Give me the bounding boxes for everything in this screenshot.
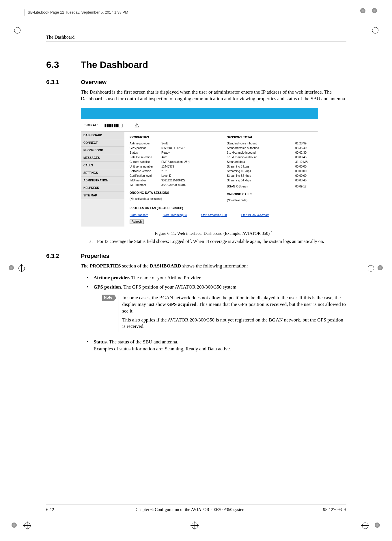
- page-number: 6-12: [46, 507, 81, 512]
- footnote: a. For I3 coverage the Status field show…: [89, 239, 346, 244]
- registration-mark-icon: [23, 521, 31, 529]
- crop-mark: [12, 523, 17, 528]
- property-row: Current satelliteEMEA (elevation: 25°): [130, 160, 215, 163]
- sidebar-item[interactable]: ADMINISTRATION: [81, 177, 124, 184]
- property-row: Unit serial number11443372: [130, 165, 215, 168]
- dashboard-screenshot-figure: SIGNAL: ▮▮▮▮▮▮▯▯ ⚠ DASHBOARDCONNECTPHONE…: [81, 108, 318, 227]
- content-area: The Dashboard 6.3 The Dashboard 6.3.1 Ov…: [46, 35, 346, 357]
- property-row: IMSI number901112115106122: [130, 179, 215, 182]
- property-row: StatusReady: [130, 151, 215, 154]
- note-tag: Note: [102, 295, 114, 301]
- subsection-heading: 6.3.2 Properties: [46, 253, 346, 259]
- warning-icon: ⚠: [134, 122, 139, 129]
- subsection-number: 6.3.1: [46, 79, 81, 85]
- property-row: IMEI number35872303-000340-9: [130, 183, 215, 187]
- subsection-title: Overview: [81, 79, 107, 85]
- ongoing-data-text: (No active data sessions): [130, 197, 215, 200]
- ongoing-calls-heading: ONGOING CALLS: [227, 193, 313, 196]
- session-row: Streaming 64 kbps00:03:40: [227, 179, 313, 182]
- list-item: • Status. The status of the SBU and ante…: [87, 339, 346, 352]
- property-row: Certification levelLevel-D: [130, 174, 215, 177]
- session-row: 3.1 kHz audio inbound00:02:30: [227, 151, 313, 154]
- registration-mark-icon: [17, 264, 25, 272]
- profile-link[interactable]: Start Streaming 64: [163, 213, 186, 217]
- section-number: 6.3: [46, 60, 81, 70]
- note-body: In some cases, the BGAN network does not…: [122, 295, 346, 332]
- signal-label: SIGNAL:: [85, 124, 98, 127]
- subsection-number: 6.3.2: [46, 253, 81, 259]
- properties-column: PROPERTIES Airtime providerSwiftGPS posi…: [130, 136, 215, 202]
- properties-bullet-list: • Airtime provider. The name of your Air…: [87, 274, 346, 352]
- properties-intro: The PROPERTIES section of the DASHBOARD …: [81, 263, 346, 269]
- ongoing-calls-text: (No active calls): [227, 199, 313, 202]
- crop-mark: [372, 8, 378, 14]
- property-row: Satellite selectionAuto: [130, 156, 215, 159]
- running-head: The Dashboard: [46, 35, 346, 42]
- signal-strength-icon: ▮▮▮▮▮▮▯▯: [104, 122, 123, 128]
- session-row: Streaming 32 kbps00:00:00: [227, 174, 313, 177]
- session-row: Standard data31.12 MB: [227, 160, 313, 163]
- registration-mark-icon: [13, 26, 21, 34]
- crop-mark: [9, 265, 14, 271]
- sidebar-item[interactable]: CONNECT: [81, 139, 124, 147]
- profile-link[interactable]: Start Standard: [130, 213, 148, 217]
- crop-mark: [360, 8, 366, 14]
- property-row: GPS positionN 55°48', E 12°30': [130, 146, 215, 150]
- note-block: Note In some cases, the BGAN network doe…: [102, 295, 346, 332]
- chapter-label: Chapter 6: Configuration of the AVIATOR …: [81, 507, 300, 512]
- subsection-heading: 6.3.1 Overview: [46, 79, 346, 85]
- registration-mark-icon: [361, 521, 369, 529]
- page: SB-Lite.book Page 12 Tuesday, September …: [0, 0, 392, 541]
- profile-link[interactable]: Start BGAN X-Stream: [241, 213, 269, 217]
- session-row: BGAN X-Stream00:09:17: [227, 185, 313, 188]
- sidebar-item[interactable]: CALLS: [81, 162, 124, 169]
- ongoing-data-heading: ONGOING DATA SESSIONS: [130, 191, 215, 194]
- overview-paragraph: The Dashboard is the first screen that i…: [81, 89, 346, 102]
- session-row: Streaming 8 kbps00:00:00: [227, 165, 313, 168]
- section-title: The Dashboard: [81, 60, 148, 70]
- profile-link[interactable]: Start Streaming 128: [201, 213, 227, 217]
- crop-mark: [375, 523, 380, 528]
- sidebar-item[interactable]: MESSAGES: [81, 154, 124, 162]
- profiles-heading: PROFILES ON LAN (DEFAULT GROUP): [130, 207, 313, 210]
- registration-mark-icon: [191, 521, 199, 529]
- refresh-button[interactable]: Refresh: [130, 220, 144, 224]
- sidebar-item[interactable]: DASHBOARD: [81, 132, 124, 139]
- sidebar-item[interactable]: PHONE BOOK: [81, 147, 124, 154]
- dashboard-main: PROPERTIES Airtime providerSwiftGPS posi…: [124, 132, 318, 227]
- registration-mark-icon: [367, 264, 375, 272]
- session-row: 3.1 kHz audio outbound00:08:45: [227, 156, 313, 159]
- subsection-title: Properties: [81, 253, 109, 259]
- crop-mark: [378, 265, 383, 271]
- title-bar: [81, 108, 318, 119]
- section-heading: 6.3 The Dashboard: [46, 60, 346, 70]
- property-row: Airtime providerSwift: [130, 142, 215, 145]
- property-row: Software version2.02: [130, 170, 215, 173]
- sessions-heading: SESSIONS TOTAL: [227, 136, 313, 139]
- sidebar-item[interactable]: HELPDESK: [81, 184, 124, 192]
- sidebar-nav: DASHBOARDCONNECTPHONE BOOKMESSAGESCALLSS…: [81, 132, 124, 227]
- book-source-header: SB-Lite.book Page 12 Tuesday, September …: [25, 9, 131, 16]
- session-row: Standard voice inbound01:28:39: [227, 142, 313, 145]
- sessions-column: SESSIONS TOTAL Standard voice inbound01:…: [227, 136, 313, 202]
- list-item: • GPS position. The GPS position of your…: [87, 284, 346, 336]
- page-footer: 6-12 Chapter 6: Configuration of the AVI…: [46, 505, 346, 512]
- profile-links: Start StandardStart Streaming 64Start St…: [130, 213, 313, 218]
- registration-mark-icon: [371, 26, 379, 34]
- session-row: Standard voice outbound03:35:40: [227, 146, 313, 150]
- document-number: 98-127093-H: [300, 507, 346, 512]
- figure-caption: Figure 6-11: Web interface: Dashboard (E…: [81, 230, 346, 236]
- properties-heading: PROPERTIES: [130, 136, 215, 139]
- sidebar-item[interactable]: SETTINGS: [81, 169, 124, 177]
- list-item: • Airtime provider. The name of your Air…: [87, 274, 346, 281]
- signal-row: SIGNAL: ▮▮▮▮▮▮▯▯ ⚠: [81, 119, 318, 132]
- session-row: Streaming 16 kbps00:00:00: [227, 170, 313, 173]
- sidebar-item[interactable]: SITE MAP: [81, 192, 124, 199]
